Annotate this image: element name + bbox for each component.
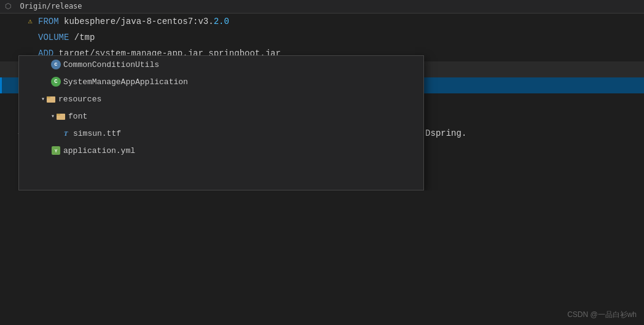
watermark: CSDN @一品白衫wh	[567, 310, 637, 320]
tree-item-system-manage-app[interactable]: C SystemManageAppApplication	[19, 73, 423, 90]
svg-rect-3	[57, 114, 60, 116]
tree-item-label: CommonConditionUtils	[63, 60, 159, 69]
tree-item-simsun-ttf[interactable]: T simsun.ttf	[19, 125, 423, 142]
kw-from: FROM	[38, 17, 64, 26]
chevron-down-icon: ▾	[51, 112, 55, 120]
code-line-volume: VOLUME /tmp	[0, 29, 644, 45]
tree-item-label: simsun.ttf	[73, 129, 121, 138]
file-tree-popup: c CommonConditionUtils C SystemManageApp…	[18, 55, 424, 190]
chevron-down-icon: ▾	[41, 95, 45, 103]
tree-item-label: SystemManageAppApplication	[63, 77, 188, 87]
tree-item-label: application.yml	[63, 146, 135, 155]
folder-icon	[56, 111, 66, 121]
folder-icon	[46, 94, 56, 104]
font-file-icon: T	[61, 128, 71, 138]
tree-item-application-yml[interactable]: Y application.yml	[19, 142, 423, 159]
java-c-icon: c	[51, 60, 61, 69]
warning-icon: ⚠	[28, 14, 32, 29]
tree-item-label: resources	[58, 95, 101, 104]
yaml-icon: Y	[51, 146, 61, 155]
tree-item-resources[interactable]: ▾ resources	[19, 90, 423, 108]
breadcrumb-bar: ⬡ Origin/release	[0, 0, 644, 14]
tree-scrollbar[interactable]	[417, 56, 423, 190]
tree-item-label: font	[68, 112, 87, 121]
editor-area: ⬡ Origin/release ⚠ FROM kubesphere/java-…	[0, 0, 644, 190]
svg-rect-1	[47, 96, 50, 98]
java-c-green-icon: C	[51, 77, 61, 87]
tree-item-common-condition[interactable]: c CommonConditionUtils	[19, 56, 423, 73]
svg-text:Y: Y	[55, 149, 58, 153]
tree-item-font-folder[interactable]: ▾ font	[19, 108, 423, 125]
code-line-from: ⚠ FROM kubesphere/java-8-centos7:v3.2.0	[0, 14, 644, 29]
breadcrumb-text: ⬡ Origin/release	[5, 2, 82, 11]
